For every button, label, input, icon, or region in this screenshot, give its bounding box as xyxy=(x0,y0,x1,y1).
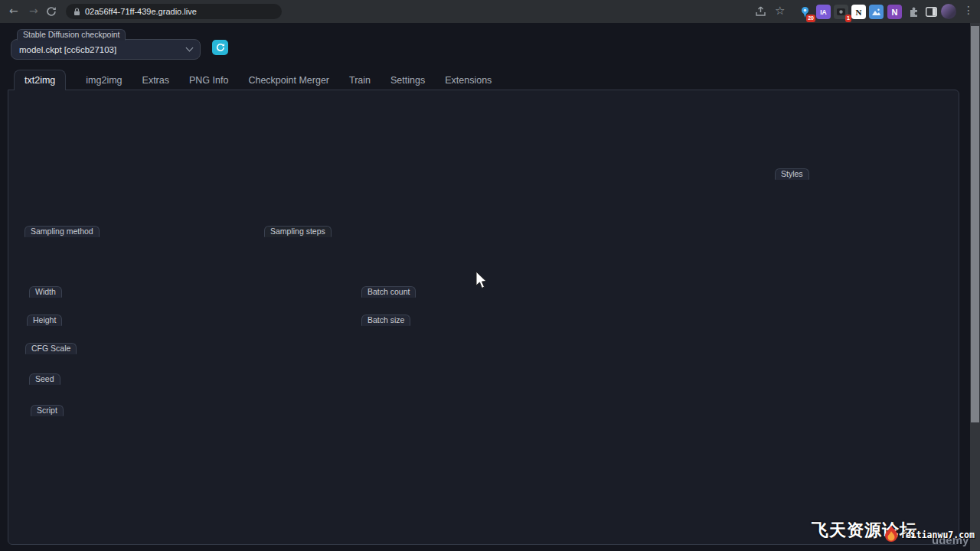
address-bar[interactable]: 02a56ff4-71ff-439e.gradio.live xyxy=(66,4,282,19)
watermark-site-text: feitianwu7.com xyxy=(900,530,975,540)
checkpoint-label: Stable Diffusion checkpoint xyxy=(17,29,126,41)
image-extension-icon[interactable] xyxy=(869,5,884,19)
back-icon[interactable]: ← xyxy=(9,5,18,17)
sampling-steps-label: Sampling steps xyxy=(264,226,332,237)
refresh-checkpoint-button[interactable] xyxy=(212,40,228,55)
tab-img2img[interactable]: img2img xyxy=(86,70,122,90)
checkpoint-dropdown[interactable]: model.ckpt [cc6cb27103] xyxy=(11,39,201,60)
tab-train[interactable]: Train xyxy=(349,70,371,90)
bookmark-star-icon[interactable]: ☆ xyxy=(775,4,785,18)
forward-icon[interactable]: → xyxy=(29,5,38,17)
share-icon[interactable] xyxy=(755,6,766,17)
tab-settings[interactable]: Settings xyxy=(390,70,425,90)
ia-extension-icon[interactable]: IA xyxy=(816,5,831,19)
onenote-extension-icon[interactable]: N xyxy=(887,5,902,19)
tab-checkpoint-merger[interactable]: Checkpoint Merger xyxy=(248,70,329,90)
cfg-scale-label: CFG Scale xyxy=(25,343,77,354)
reload-icon[interactable] xyxy=(46,6,57,17)
tab-extras[interactable]: Extras xyxy=(142,70,169,90)
tab-txt2img[interactable]: txt2img xyxy=(14,70,66,90)
capture-extension-icon[interactable]: 1 xyxy=(834,5,848,19)
script-label: Script xyxy=(31,405,64,416)
txt2img-panel xyxy=(8,90,959,545)
pin-extension-icon[interactable]: 20 xyxy=(798,5,812,19)
browser-menu-icon[interactable]: ⋮ xyxy=(963,4,974,16)
tab-extensions[interactable]: Extensions xyxy=(445,70,492,90)
sampling-method-label: Sampling method xyxy=(24,226,100,237)
seed-label: Seed xyxy=(29,373,60,385)
browser-toolbar: ← → 02a56ff4-71ff-439e.gradio.live ☆ 20 … xyxy=(0,0,980,23)
batch-size-label: Batch size xyxy=(361,315,410,326)
notion-extension-icon[interactable]: N xyxy=(851,5,866,19)
width-label: Width xyxy=(29,286,62,298)
refresh-icon xyxy=(216,43,225,52)
mouse-cursor xyxy=(475,271,488,289)
lock-icon xyxy=(74,8,80,16)
checkpoint-value: model.ckpt [cc6cb27103] xyxy=(19,45,116,54)
main-tabs: txt2img img2img Extras PNG Info Checkpoi… xyxy=(14,69,492,90)
extensions-puzzle-icon[interactable] xyxy=(906,5,921,19)
tab-png-info[interactable]: PNG Info xyxy=(189,70,228,90)
profile-avatar[interactable] xyxy=(941,4,956,19)
page-scrollbar-thumb[interactable] xyxy=(971,26,979,422)
browser-window: ← → 02a56ff4-71ff-439e.gradio.live ☆ 20 … xyxy=(0,0,980,551)
batch-count-label: Batch count xyxy=(361,286,416,298)
sidebar-toggle-icon[interactable] xyxy=(924,5,939,19)
pin-badge: 20 xyxy=(806,15,815,22)
chevron-down-icon xyxy=(186,44,194,52)
styles-label: Styles xyxy=(775,168,809,180)
url-text: 02a56ff4-71ff-439e.gradio.live xyxy=(85,7,197,16)
capture-badge: 1 xyxy=(845,15,851,22)
flame-icon xyxy=(882,525,900,545)
height-label: Height xyxy=(27,315,62,326)
